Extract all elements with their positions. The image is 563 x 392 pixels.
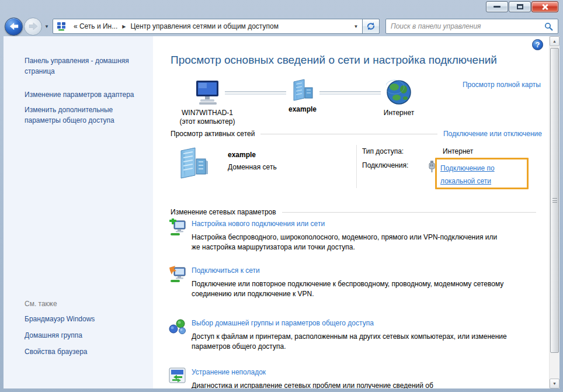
change-settings-header-row: Изменение сетевых параметров [171,208,542,216]
breadcrumb-collapsed[interactable]: « Сеть и Ин... [70,19,121,33]
address-bar[interactable]: « Сеть и Ин... ▶ Центр управления сетями… [53,19,380,34]
network-center-icon [57,22,67,31]
navigation-toolbar: ▼ « Сеть и Ин... ▶ Центр управления сетя… [0,16,563,36]
forward-button-disabled [24,18,42,36]
scrollbar-thumb[interactable] [550,48,559,353]
window-controls [486,1,558,12]
sidebar-item-homegroup[interactable]: Домашняя группа [25,330,145,341]
breadcrumb-arrow-icon[interactable]: ▶ [121,24,127,29]
sidebar: Панель управления - домашняя страница Из… [4,36,153,388]
scroll-down-arrow-icon: ▼ [552,381,557,386]
scrollbar-grip-icon [552,198,557,203]
sidebar-item-advanced-sharing-settings[interactable]: Изменить дополнительные параметры общего… [25,105,145,126]
domain-network-icon [289,78,316,102]
computer-icon [193,79,221,105]
search-box[interactable]: Поиск в панели управления [385,19,558,34]
page-title: Просмотр основных сведений о сети и наст… [171,54,497,67]
main-content: ? Просмотр основных сведений о сети и на… [153,36,549,388]
connect-to-network-description: Подключение или повторное подключение к … [192,279,507,299]
active-networks-header-row: Просмотр активных сетей Подключение или … [171,130,542,138]
see-also-header: См. также [25,300,145,308]
computer-subtitle: (этот компьютер) [172,117,242,126]
access-type-label: Тип доступа: [362,147,404,155]
window-body: Панель управления - домашняя страница Из… [4,36,559,388]
active-network-type: Доменная сеть [228,163,277,171]
ethernet-connector-icon [428,160,436,173]
network-map: Просмотр полной карты WIN7WITHAD-1 (этот… [153,78,549,154]
maximize-icon [517,4,523,9]
connect-to-network-icon [168,265,187,283]
refresh-button[interactable] [362,19,380,34]
help-icon[interactable]: ? [532,39,543,50]
back-button[interactable] [5,18,23,36]
title-bar[interactable] [0,0,563,16]
homegroup-options-link[interactable]: Выбор домашней группы и параметров общег… [192,319,374,327]
homegroup-options-description: Доступ к файлам и принтерам, расположенн… [192,332,507,352]
connect-disconnect-link[interactable]: Подключение или отключение [443,130,542,138]
lan-connection-link-line1: Подключение по [440,164,495,172]
access-type-value: Интернет [443,147,473,155]
map-node-network[interactable]: example [267,78,338,114]
troubleshoot-description: Диагностика и исправление сетевых пробле… [192,381,507,388]
sidebar-item-windows-firewall[interactable]: Брандмауэр Windows [25,314,145,324]
refresh-icon [366,22,376,31]
sidebar-item-change-adapter-settings[interactable]: Изменение параметров адаптера [25,89,145,100]
section-rule [260,134,437,134]
see-also-section: См. также Брандмауэр Windows Домашняя гр… [25,300,145,377]
search-placeholder: Поиск в панели управления [391,22,544,30]
minimize-icon [494,6,501,8]
scrollbar-down-button[interactable]: ▼ [550,379,559,388]
lan-connection-link-wrap: Подключение по локальной сети [440,162,528,188]
lan-connection-link[interactable]: Подключение по локальной сети [440,164,495,185]
map-node-internet[interactable]: Интернет [364,79,434,117]
network-sharing-center-window: ▼ « Сеть и Ин... ▶ Центр управления сетя… [0,0,563,392]
see-full-map-link[interactable]: Просмотр полной карты [463,81,541,89]
sidebar-gap [25,100,145,105]
internet-globe-icon [386,79,412,105]
new-connection-icon [168,218,187,236]
troubleshoot-link[interactable]: Устранение неполадок [192,368,266,376]
troubleshoot-icon [168,367,187,384]
scrollbar-up-button[interactable]: ▲ [550,36,559,46]
breadcrumb-current[interactable]: Центр управления сетями и общим доступом [127,19,282,33]
map-node-computer[interactable]: WIN7WITHAD-1 (этот компьютер) [172,79,242,126]
computer-name: WIN7WITHAD-1 [172,109,242,117]
vertical-scrollbar[interactable]: ▲ ▼ [549,36,559,388]
close-button[interactable] [531,1,558,12]
card-divider [356,145,357,188]
connections-label: Подключения: [362,161,408,169]
lan-connection-link-line2: локальной сети [440,177,491,185]
new-connection-link[interactable]: Настройка нового подключения или сети [192,220,325,228]
domain-network-buildings-icon[interactable] [176,146,209,180]
back-arrow-icon [9,21,19,32]
sidebar-item-control-panel-home[interactable]: Панель управления - домашняя страница [25,55,145,77]
recent-pages-dropdown[interactable]: ▼ [44,24,49,29]
map-network-name: example [267,105,338,114]
active-network-name: example [228,151,256,159]
close-icon [541,4,548,11]
map-internet-label: Интернет [364,109,434,117]
section-rule [282,212,536,213]
change-settings-header: Изменение сетевых параметров [171,208,276,216]
address-dropdown-icon[interactable]: ▼ [349,19,362,33]
sidebar-item-internet-options[interactable]: Свойства браузера [25,346,145,357]
search-icon[interactable] [544,22,553,31]
sidebar-gap [25,77,145,89]
scroll-up-arrow-icon: ▲ [552,39,557,43]
maximize-button[interactable] [509,1,531,12]
forward-arrow-icon [28,21,39,32]
minimize-button[interactable] [486,1,508,12]
new-connection-description: Настройка беспроводного, широкополосного… [192,233,507,252]
active-networks-header: Просмотр активных сетей [171,130,255,138]
connect-to-network-link[interactable]: Подключиться к сети [192,266,260,275]
homegroup-icon [168,318,187,335]
